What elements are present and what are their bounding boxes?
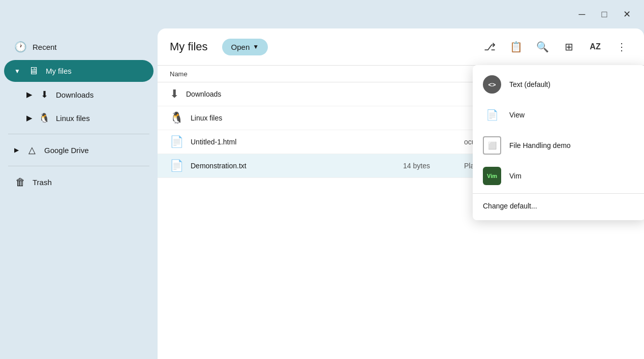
text-default-icon: <> [483,75,501,94]
file-size: 14 bytes [403,162,464,170]
dropdown-divider [473,193,644,194]
app-window: 🕐 Recent ▼ 🖥 My files ▶ ⬇ Downloads ▶ 🐧 … [0,28,644,359]
close-button[interactable]: ✕ [618,5,636,23]
grid-icon: ⊞ [565,41,573,53]
sidebar-item-downloads[interactable]: ▶ ⬇ Downloads [4,84,154,105]
copy-icon: 📋 [510,41,523,53]
sidebar-divider-2 [8,166,149,166]
trash-icon: 🗑 [14,176,26,188]
search-icon: 🔍 [536,41,549,53]
sidebar-item-label: Downloads [56,91,94,99]
sidebar-item-linux-files[interactable]: ▶ 🐧 Linux files [4,107,154,129]
maximize-button[interactable]: □ [595,5,614,23]
titlebar: ─ □ ✕ [0,0,644,28]
minimize-button[interactable]: ─ [573,5,591,23]
sidebar-item-recent[interactable]: 🕐 Recent [4,36,154,58]
open-button-label: Open [231,43,250,51]
sidebar-item-label: Google Drive [44,146,89,155]
file-handling-icon: ⬜ [483,136,501,155]
sidebar-item-label: Trash [33,178,52,187]
dropdown-item-label: View [509,111,525,119]
chevron-down-icon: ▼ [14,68,20,75]
more-options-button[interactable]: ⋮ [611,37,632,57]
share-icon: ⎇ [484,41,496,53]
copy-button[interactable]: 📋 [506,37,526,57]
share-button[interactable]: ⎇ [479,37,500,57]
recent-icon: 🕐 [14,41,26,53]
change-default-label: Change default... [483,202,537,210]
dropdown-item-text-default[interactable]: <> Text (default) [473,69,644,100]
sidebar-item-label: My files [46,67,72,75]
chevron-right-icon: ▶ [26,90,33,99]
grid-view-button[interactable]: ⊞ [559,37,579,57]
sidebar-divider [8,134,149,134]
vim-icon: Vim [483,167,501,185]
sidebar-item-trash[interactable]: 🗑 Trash [4,171,154,193]
my-files-icon: 🖥 [27,65,40,77]
view-icon: 📄 [483,106,501,124]
file-name: Downloads [186,90,403,98]
dropdown-item-file-handling[interactable]: ⬜ File Handling demo [473,130,644,161]
sidebar-item-label: Recent [33,43,57,51]
file-name: Untitled-1.html [191,138,403,146]
dropdown-item-label: Text (default) [509,80,550,88]
dropdown-item-vim[interactable]: Vim Vim [473,161,644,191]
linux-files-folder-icon: 🐧 [170,111,183,125]
main-content: My files Open ▼ ⎇ 📋 🔍 ⊞ AZ ⋮ [158,28,644,359]
linux-files-icon: 🐧 [39,112,50,124]
txt-file-icon: 📄 [170,159,183,172]
open-with-dropdown: <> Text (default) 📄 View ⬜ File Handling… [473,65,644,220]
sort-icon: AZ [590,42,600,51]
chevron-right-icon: ▶ [14,146,19,154]
dropdown-item-label: File Handling demo [509,141,571,149]
open-button[interactable]: Open ▼ [222,39,268,55]
sidebar-item-label: Linux files [56,114,90,123]
dropdown-item-view[interactable]: 📄 View [473,100,644,130]
sidebar-item-my-files[interactable]: ▼ 🖥 My files [4,60,154,82]
html-file-icon: 📄 [170,135,183,148]
search-button[interactable]: 🔍 [532,37,553,57]
sidebar-item-google-drive[interactable]: ▶ △ Google Drive [4,139,154,161]
downloads-folder-icon: ⬇ [170,87,179,101]
more-icon: ⋮ [617,41,627,53]
change-default-button[interactable]: Change default... [473,196,644,216]
toolbar: My files Open ▼ ⎇ 📋 🔍 ⊞ AZ ⋮ [158,28,644,66]
file-name: Linux files [191,114,403,122]
sidebar: 🕐 Recent ▼ 🖥 My files ▶ ⬇ Downloads ▶ 🐧 … [0,28,158,359]
google-drive-icon: △ [26,144,38,156]
dropdown-item-label: Vim [509,172,522,180]
open-dropdown-arrow-icon: ▼ [253,43,259,50]
downloads-icon: ⬇ [39,89,50,100]
chevron-right-icon: ▶ [26,113,33,123]
page-title: My files [170,40,208,53]
sort-button[interactable]: AZ [585,37,605,57]
file-name: Demonstration.txt [191,162,403,170]
